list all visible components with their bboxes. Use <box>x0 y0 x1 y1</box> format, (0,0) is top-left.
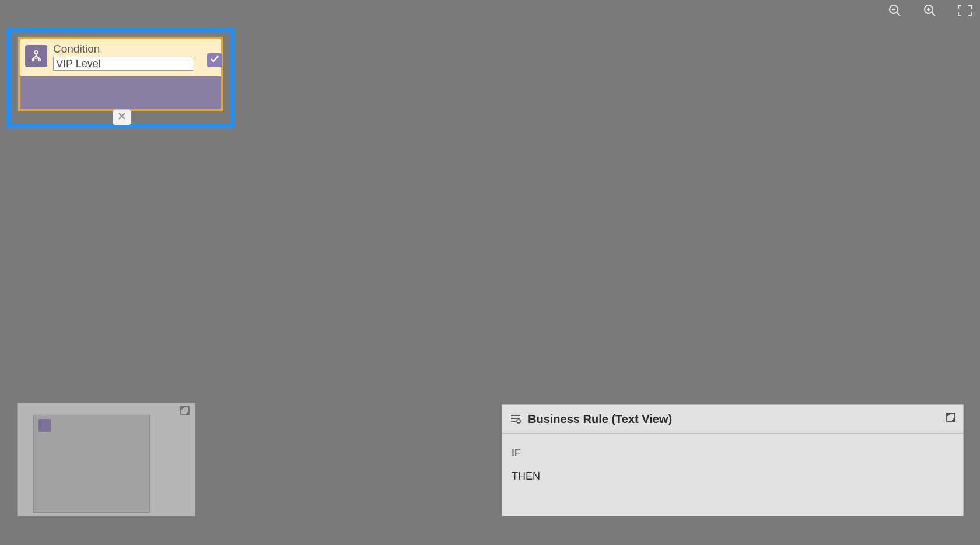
minimap-expand-button[interactable] <box>178 406 191 418</box>
zoom-out-button[interactable] <box>886 2 904 21</box>
condition-inner: Condition <box>18 37 223 111</box>
close-icon <box>118 112 126 123</box>
zoom-in-button[interactable] <box>921 2 939 21</box>
condition-label: Condition <box>53 43 216 55</box>
text-view-panel: Business Rule (Text View) IF THEN <box>502 404 964 516</box>
text-view-if-line: IF <box>512 442 954 465</box>
condition-icon <box>25 45 47 67</box>
minimap-condition-node <box>38 419 51 432</box>
text-view-icon <box>509 413 522 425</box>
svg-point-13 <box>38 59 41 61</box>
minimap-viewport[interactable] <box>33 415 150 513</box>
text-view-body: IF THEN <box>502 434 963 496</box>
check-icon <box>210 55 219 65</box>
condition-body[interactable] <box>20 76 221 109</box>
text-view-title: Business Rule (Text View) <box>528 413 672 426</box>
condition-tile[interactable]: Condition <box>7 28 235 128</box>
zoom-out-icon <box>888 4 902 20</box>
svg-line-4 <box>932 12 935 16</box>
condition-name-input[interactable] <box>53 57 193 71</box>
text-view-expand-button[interactable] <box>944 412 957 425</box>
fit-screen-button[interactable] <box>956 2 974 21</box>
svg-point-7 <box>34 51 38 54</box>
condition-fields: Condition <box>53 43 216 71</box>
svg-line-1 <box>897 12 900 16</box>
svg-point-12 <box>32 59 34 61</box>
condition-false-handle[interactable] <box>113 109 131 125</box>
condition-header: Condition <box>20 39 221 76</box>
text-view-then-line: THEN <box>512 465 954 488</box>
minimap-panel[interactable] <box>18 403 195 516</box>
expand-icon <box>946 413 956 424</box>
zoom-in-icon <box>923 4 937 20</box>
condition-true-badge[interactable] <box>207 53 222 67</box>
text-view-header: Business Rule (Text View) <box>502 405 963 434</box>
fit-screen-icon <box>957 5 972 19</box>
svg-point-20 <box>517 420 520 423</box>
expand-icon <box>180 406 190 418</box>
zoom-toolbar <box>886 2 974 21</box>
